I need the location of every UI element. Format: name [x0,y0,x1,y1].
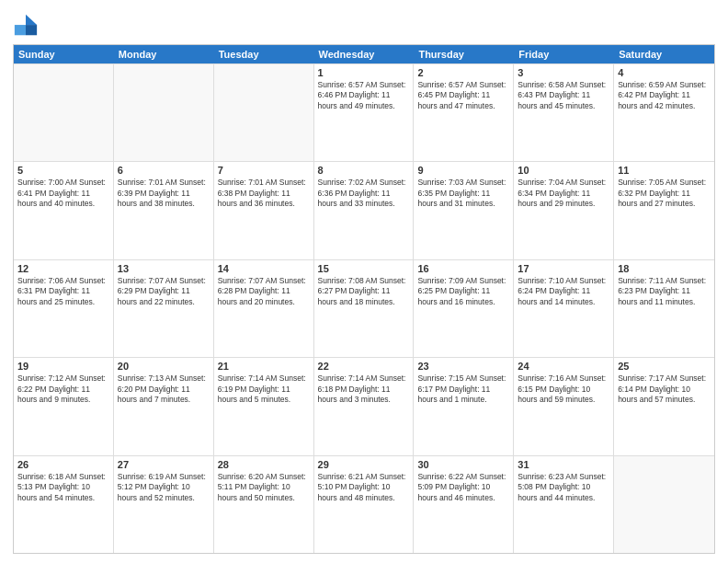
calendar-cell: 21Sunrise: 7:14 AM Sunset: 6:19 PM Dayli… [214,358,314,454]
calendar-cell: 15Sunrise: 7:08 AM Sunset: 6:27 PM Dayli… [314,260,415,357]
day-number: 18 [618,263,711,274]
calendar-cell: 14Sunrise: 7:07 AM Sunset: 6:28 PM Dayli… [214,260,314,357]
calendar-row: 19Sunrise: 7:12 AM Sunset: 6:22 PM Dayli… [14,357,714,454]
cell-info: Sunrise: 7:12 AM Sunset: 6:22 PM Dayligh… [17,373,109,405]
weekday-header: Thursday [414,45,514,63]
cell-info: Sunrise: 7:14 AM Sunset: 6:19 PM Dayligh… [218,373,310,405]
cell-info: Sunrise: 6:18 AM Sunset: 5:13 PM Dayligh… [17,472,109,503]
day-number: 10 [518,165,609,176]
calendar-cell: 19Sunrise: 7:12 AM Sunset: 6:22 PM Dayli… [14,358,114,454]
day-number: 31 [518,459,609,470]
weekday-header: Monday [114,45,214,63]
cell-info: Sunrise: 7:08 AM Sunset: 6:27 PM Dayligh… [318,276,410,307]
calendar-cell: 17Sunrise: 7:10 AM Sunset: 6:24 PM Dayli… [514,260,614,357]
cell-info: Sunrise: 7:17 AM Sunset: 6:14 PM Dayligh… [618,373,711,405]
cell-info: Sunrise: 7:02 AM Sunset: 6:36 PM Dayligh… [318,178,410,209]
cell-info: Sunrise: 7:13 AM Sunset: 6:20 PM Dayligh… [118,373,210,405]
cell-info: Sunrise: 7:04 AM Sunset: 6:34 PM Dayligh… [518,178,609,209]
calendar-cell: 10Sunrise: 7:04 AM Sunset: 6:34 PM Dayli… [514,162,614,259]
weekday-header: Saturday [614,45,714,63]
day-number: 26 [17,459,109,470]
day-number: 21 [218,361,310,372]
cell-info: Sunrise: 7:09 AM Sunset: 6:25 PM Dayligh… [417,276,509,307]
calendar-cell [214,64,314,161]
day-number: 2 [417,67,509,78]
logo [13,13,41,39]
weekday-header: Friday [514,45,614,63]
day-number: 9 [417,165,509,176]
page: SundayMondayTuesdayWednesdayThursdayFrid… [0,0,728,563]
cell-info: Sunrise: 7:07 AM Sunset: 6:29 PM Dayligh… [118,276,210,307]
cell-info: Sunrise: 7:05 AM Sunset: 6:32 PM Dayligh… [618,178,711,209]
cell-info: Sunrise: 6:23 AM Sunset: 5:08 PM Dayligh… [518,472,609,503]
cell-info: Sunrise: 6:22 AM Sunset: 5:09 PM Dayligh… [417,472,509,503]
day-number: 16 [417,263,509,274]
cell-info: Sunrise: 7:16 AM Sunset: 6:15 PM Dayligh… [518,373,609,405]
weekday-header: Sunday [14,45,114,63]
calendar-cell: 24Sunrise: 7:16 AM Sunset: 6:15 PM Dayli… [514,358,614,454]
header [13,9,715,39]
day-number: 19 [17,361,109,372]
calendar-cell: 3Sunrise: 6:58 AM Sunset: 6:43 PM Daylig… [514,64,614,161]
calendar-cell [114,64,214,161]
calendar-cell: 11Sunrise: 7:05 AM Sunset: 6:32 PM Dayli… [614,162,714,259]
calendar-cell: 12Sunrise: 7:06 AM Sunset: 6:31 PM Dayli… [14,260,114,357]
day-number: 8 [318,165,410,176]
day-number: 5 [17,165,109,176]
calendar-cell: 26Sunrise: 6:18 AM Sunset: 5:13 PM Dayli… [14,456,114,553]
calendar-cell [14,64,114,161]
cell-info: Sunrise: 6:59 AM Sunset: 6:42 PM Dayligh… [618,80,711,111]
svg-marker-0 [26,15,37,25]
calendar-cell: 28Sunrise: 6:20 AM Sunset: 5:11 PM Dayli… [214,456,314,553]
calendar-cell: 5Sunrise: 7:00 AM Sunset: 6:41 PM Daylig… [14,162,114,259]
day-number: 23 [417,361,509,372]
day-number: 27 [118,459,210,470]
svg-marker-2 [15,25,26,35]
cell-info: Sunrise: 6:21 AM Sunset: 5:10 PM Dayligh… [318,472,410,503]
calendar-cell: 1Sunrise: 6:57 AM Sunset: 6:46 PM Daylig… [314,64,415,161]
svg-marker-1 [26,25,37,35]
calendar-cell: 22Sunrise: 7:14 AM Sunset: 6:18 PM Dayli… [314,358,415,454]
calendar-row: 5Sunrise: 7:00 AM Sunset: 6:41 PM Daylig… [14,161,714,259]
cell-info: Sunrise: 7:01 AM Sunset: 6:38 PM Dayligh… [218,178,310,209]
day-number: 6 [118,165,210,176]
calendar-cell: 27Sunrise: 6:19 AM Sunset: 5:12 PM Dayli… [114,456,214,553]
day-number: 3 [518,67,609,78]
calendar-cell: 23Sunrise: 7:15 AM Sunset: 6:17 PM Dayli… [414,358,514,454]
cell-info: Sunrise: 7:01 AM Sunset: 6:39 PM Dayligh… [118,178,210,209]
calendar-cell: 18Sunrise: 7:11 AM Sunset: 6:23 PM Dayli… [614,260,714,357]
logo-icon [13,13,39,39]
day-number: 29 [318,459,410,470]
day-number: 14 [218,263,310,274]
cell-info: Sunrise: 7:15 AM Sunset: 6:17 PM Dayligh… [417,373,509,405]
calendar-body: 1Sunrise: 6:57 AM Sunset: 6:46 PM Daylig… [14,63,714,553]
cell-info: Sunrise: 7:00 AM Sunset: 6:41 PM Dayligh… [17,178,109,209]
calendar-header: SundayMondayTuesdayWednesdayThursdayFrid… [14,45,714,63]
cell-info: Sunrise: 7:11 AM Sunset: 6:23 PM Dayligh… [618,276,711,307]
calendar-cell: 25Sunrise: 7:17 AM Sunset: 6:14 PM Dayli… [614,358,714,454]
calendar-row: 12Sunrise: 7:06 AM Sunset: 6:31 PM Dayli… [14,259,714,357]
cell-info: Sunrise: 7:10 AM Sunset: 6:24 PM Dayligh… [518,276,609,307]
cell-info: Sunrise: 6:20 AM Sunset: 5:11 PM Dayligh… [218,472,310,503]
cell-info: Sunrise: 6:58 AM Sunset: 6:43 PM Dayligh… [518,80,609,111]
day-number: 24 [518,361,609,372]
day-number: 4 [618,67,711,78]
day-number: 15 [318,263,410,274]
calendar-cell: 7Sunrise: 7:01 AM Sunset: 6:38 PM Daylig… [214,162,314,259]
day-number: 22 [318,361,410,372]
calendar-cell: 4Sunrise: 6:59 AM Sunset: 6:42 PM Daylig… [614,64,714,161]
calendar-cell: 2Sunrise: 6:57 AM Sunset: 6:45 PM Daylig… [414,64,514,161]
cell-info: Sunrise: 6:57 AM Sunset: 6:46 PM Dayligh… [318,80,410,111]
calendar-cell: 30Sunrise: 6:22 AM Sunset: 5:09 PM Dayli… [414,456,514,553]
day-number: 13 [118,263,210,274]
day-number: 1 [318,67,410,78]
day-number: 11 [618,165,711,176]
day-number: 28 [218,459,310,470]
weekday-header: Wednesday [314,45,415,63]
cell-info: Sunrise: 7:06 AM Sunset: 6:31 PM Dayligh… [17,276,109,307]
day-number: 25 [618,361,711,372]
day-number: 7 [218,165,310,176]
calendar-cell: 9Sunrise: 7:03 AM Sunset: 6:35 PM Daylig… [414,162,514,259]
day-number: 17 [518,263,609,274]
calendar-cell: 13Sunrise: 7:07 AM Sunset: 6:29 PM Dayli… [114,260,214,357]
